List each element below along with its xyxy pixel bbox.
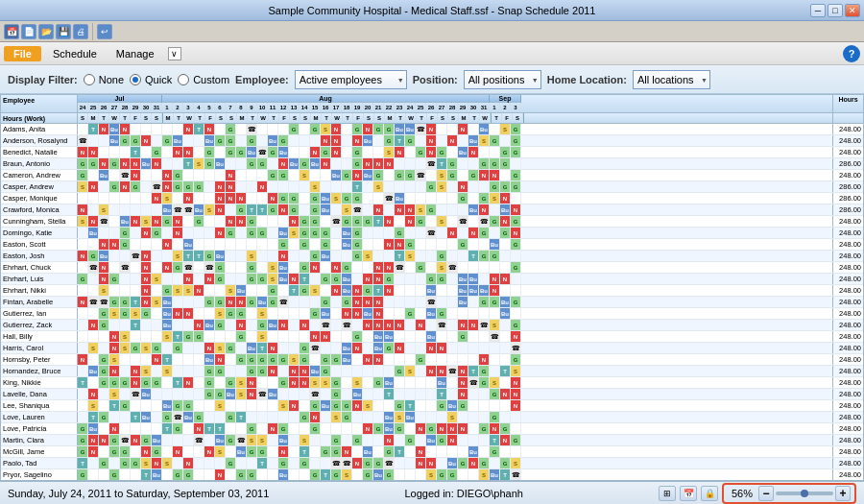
shift-cell[interactable]: N [194, 320, 204, 330]
shift-cell[interactable]: T [257, 204, 268, 215]
shift-cell[interactable]: Bu [109, 135, 120, 146]
shift-cell[interactable]: N [500, 274, 511, 284]
shift-cell[interactable] [131, 400, 141, 411]
shift-cell[interactable]: N [384, 320, 395, 330]
shift-cell[interactable] [257, 135, 268, 146]
shift-cell[interactable]: ☎ [416, 124, 426, 134]
shift-cell[interactable]: N [447, 228, 458, 238]
shift-cell[interactable]: G [204, 158, 215, 169]
shift-cell[interactable]: Bu [342, 274, 352, 284]
shift-cell[interactable]: T [384, 389, 395, 399]
shift-cell[interactable]: N [183, 274, 194, 284]
shift-cell[interactable]: N [331, 135, 342, 146]
shift-cell[interactable] [173, 158, 183, 169]
shift-cell[interactable] [468, 297, 479, 307]
shift-cell[interactable]: T [88, 124, 99, 134]
shift-cell[interactable]: T [78, 377, 88, 388]
shift-cell[interactable] [321, 181, 331, 192]
shift-cell[interactable]: N [490, 423, 500, 434]
shift-cell[interactable] [416, 251, 426, 261]
shift-cell[interactable]: S [215, 446, 226, 457]
shift-cell[interactable]: ☎ [331, 216, 342, 227]
shift-cell[interactable] [479, 274, 490, 284]
shift-cell[interactable]: Bu [162, 400, 173, 411]
shift-cell[interactable] [447, 377, 458, 388]
shift-cell[interactable]: ☎ [278, 297, 289, 307]
shift-cell[interactable]: N [416, 320, 426, 330]
shift-cell[interactable] [278, 389, 289, 399]
shift-cell[interactable] [226, 158, 236, 169]
shift-cell[interactable]: N [373, 308, 384, 319]
shift-cell[interactable]: G [247, 216, 257, 227]
shift-cell[interactable]: G [152, 377, 162, 388]
shift-cell[interactable]: Bu [468, 274, 479, 284]
shift-cell[interactable] [215, 331, 226, 342]
shift-cell[interactable]: N [78, 251, 88, 261]
shift-cell[interactable]: N [331, 147, 342, 157]
shift-cell[interactable]: G [215, 320, 226, 330]
shift-cell[interactable] [447, 181, 458, 192]
shift-cell[interactable] [109, 458, 120, 468]
shift-cell[interactable] [162, 147, 173, 157]
shift-cell[interactable]: N [131, 377, 141, 388]
shift-cell[interactable]: G [352, 124, 363, 134]
shift-cell[interactable]: S [99, 285, 109, 296]
shift-cell[interactable]: G [490, 135, 500, 146]
shift-cell[interactable] [289, 308, 300, 319]
shift-cell[interactable] [183, 423, 194, 434]
shift-cell[interactable]: G [247, 158, 257, 169]
shift-cell[interactable]: N [78, 354, 88, 365]
shift-cell[interactable]: ☎ [384, 458, 395, 468]
shift-cell[interactable]: G [173, 423, 183, 434]
shift-cell[interactable] [300, 308, 310, 319]
shift-cell[interactable] [352, 412, 363, 422]
shift-cell[interactable] [257, 262, 268, 273]
shift-cell[interactable]: ☎ [384, 193, 395, 204]
shift-cell[interactable] [384, 308, 395, 319]
shift-cell[interactable]: N [426, 135, 437, 146]
shift-cell[interactable] [468, 412, 479, 422]
shift-cell[interactable]: N [131, 158, 141, 169]
shift-cell[interactable] [468, 216, 479, 227]
shift-cell[interactable]: T [257, 458, 268, 468]
shift-cell[interactable]: G [331, 389, 342, 399]
shift-cell[interactable] [395, 377, 405, 388]
shift-cell[interactable] [131, 239, 141, 250]
shift-cell[interactable] [300, 204, 310, 215]
shift-cell[interactable]: G [490, 251, 500, 261]
shift-cell[interactable] [363, 412, 373, 422]
shift-cell[interactable]: G [173, 181, 183, 192]
shift-cell[interactable] [236, 366, 247, 376]
shift-cell[interactable]: G [183, 181, 194, 192]
shift-cell[interactable] [416, 308, 426, 319]
shift-cell[interactable]: G [268, 170, 278, 180]
shift-cell[interactable]: Bu [384, 377, 395, 388]
shift-cell[interactable]: ☎ [183, 262, 194, 273]
shift-cell[interactable]: N [331, 262, 342, 273]
zoom-out-button[interactable]: − [758, 486, 774, 501]
shift-cell[interactable]: N [447, 135, 458, 146]
shift-cell[interactable] [331, 366, 342, 376]
shift-cell[interactable] [236, 181, 247, 192]
shift-cell[interactable]: G [215, 389, 226, 399]
shift-cell[interactable] [78, 262, 88, 273]
shift-cell[interactable]: G [511, 147, 521, 157]
shift-cell[interactable]: G [511, 216, 521, 227]
shift-cell[interactable] [331, 297, 342, 307]
shift-cell[interactable]: N [120, 158, 131, 169]
shift-cell[interactable] [278, 343, 289, 353]
shift-cell[interactable]: G [479, 458, 490, 468]
shift-cell[interactable] [204, 285, 215, 296]
shift-cell[interactable]: S [331, 193, 342, 204]
shift-cell[interactable] [479, 181, 490, 192]
shift-cell[interactable]: S [490, 193, 500, 204]
shift-cell[interactable]: S [257, 308, 268, 319]
shift-cell[interactable]: Bu [183, 239, 194, 250]
shift-cell[interactable] [109, 285, 120, 296]
shift-cell[interactable]: N [215, 181, 226, 192]
shift-cell[interactable] [289, 469, 300, 480]
shift-cell[interactable]: N [99, 239, 109, 250]
shift-cell[interactable] [490, 204, 500, 215]
shift-cell[interactable]: N [363, 158, 373, 169]
shift-cell[interactable]: Bu [321, 251, 331, 261]
